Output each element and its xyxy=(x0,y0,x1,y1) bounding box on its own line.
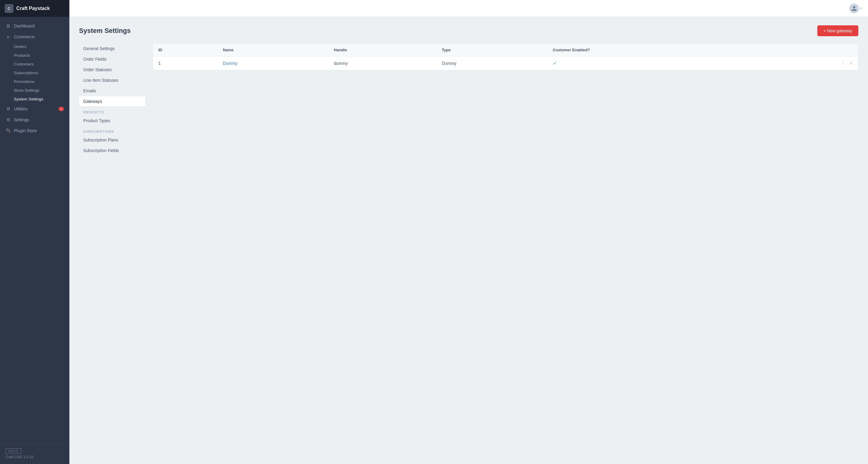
dashboard-icon: ⊞ xyxy=(5,23,11,29)
settings-nav-gateways[interactable]: Gateways xyxy=(79,96,145,106)
table-header-row: ID Name Handle Type xyxy=(153,44,858,56)
settings-label: Settings xyxy=(14,117,29,122)
sidebar-item-products[interactable]: Products xyxy=(0,51,69,60)
page-title: System Settings xyxy=(79,27,131,35)
new-gateway-button[interactable]: + New gateway xyxy=(817,25,858,36)
col-name: Name xyxy=(217,44,329,56)
customers-label: Customers xyxy=(14,62,33,66)
page-header: System Settings + New gateway xyxy=(79,25,858,36)
settings-nav-general[interactable]: General Settings xyxy=(79,43,145,54)
settings-layout: General Settings Order Fields Order Stat… xyxy=(79,43,858,156)
settings-nav-subscription-fields[interactable]: Subscription Fields xyxy=(79,146,145,156)
sidebar-item-plugin-store[interactable]: 🔌 Plugin Store xyxy=(0,125,69,136)
topbar: ▾ xyxy=(69,0,868,17)
sidebar-item-customers[interactable]: Customers xyxy=(0,60,69,68)
row-actions: ⋮ ✕ xyxy=(762,60,852,66)
plugin-store-label: Plugin Store xyxy=(14,128,37,133)
sidebar: C Craft Paystack ⊞ Dashboard ≡ Commerce … xyxy=(0,0,69,464)
system-settings-label: System Settings xyxy=(14,97,43,101)
sidebar-item-settings[interactable]: ⚙ Settings xyxy=(0,114,69,125)
settings-nav-product-types[interactable]: Product Types xyxy=(79,116,145,126)
col-handle: Handle xyxy=(329,44,436,56)
utilities-badge: 1 xyxy=(59,107,64,111)
sidebar-item-system-settings[interactable]: System Settings xyxy=(0,95,69,103)
app-title: Craft Paystack xyxy=(16,6,50,11)
gateways-table-container: ID Name Handle Type xyxy=(153,43,858,70)
cell-type: Dummy xyxy=(436,56,548,70)
utilities-label: Utilities xyxy=(14,106,27,111)
col-customer-enabled: Customer Enabled? xyxy=(548,44,757,56)
settings-nav: General Settings Order Fields Order Stat… xyxy=(79,43,145,156)
cell-handle: dummy xyxy=(329,56,436,70)
settings-nav-line-item-statuses[interactable]: Line Item Statuses xyxy=(79,75,145,85)
sidebar-item-dashboard[interactable]: ⊞ Dashboard xyxy=(0,21,69,31)
solo-badge: SOLO xyxy=(5,448,22,454)
sidebar-header: C Craft Paystack xyxy=(0,0,69,17)
sidebar-item-label: Dashboard xyxy=(14,24,35,28)
enabled-check-icon: ✓ xyxy=(553,61,557,66)
sidebar-item-orders[interactable]: Orders xyxy=(0,42,69,51)
user-menu[interactable]: ▾ xyxy=(849,4,862,13)
promotions-label: Promotions xyxy=(14,79,34,84)
settings-nav-emails[interactable]: Emails xyxy=(79,86,145,96)
products-label: Products xyxy=(14,53,30,58)
sidebar-item-subscriptions[interactable]: Subscriptions xyxy=(0,68,69,77)
settings-nav-order-fields[interactable]: Order Fields xyxy=(79,54,145,64)
settings-icon: ⚙ xyxy=(5,117,11,122)
sidebar-item-label: Commerce xyxy=(14,34,34,39)
commerce-icon: ≡ xyxy=(5,34,11,39)
settings-nav-order-statuses[interactable]: Order Statuses xyxy=(79,65,145,75)
reorder-button[interactable]: ⋮ xyxy=(840,60,845,66)
sidebar-item-utilities[interactable]: ⚙ Utilities 1 xyxy=(0,103,69,114)
utilities-icon: ⚙ xyxy=(5,106,11,112)
content-area: System Settings + New gateway General Se… xyxy=(69,17,868,464)
main-area: ▾ System Settings + New gateway General … xyxy=(69,0,868,464)
store-settings-label: Store Settings xyxy=(14,88,39,93)
cell-name: Dummy xyxy=(217,56,329,70)
table-row: 1 Dummy dummy Dummy ✓ ⋮ ✕ xyxy=(153,56,858,70)
col-actions xyxy=(757,44,858,56)
gateway-name-link[interactable]: Dummy xyxy=(223,61,237,66)
user-avatar xyxy=(849,4,859,13)
cell-customer-enabled: ✓ xyxy=(548,56,757,70)
delete-button[interactable]: ✕ xyxy=(849,60,852,66)
user-chevron-icon: ▾ xyxy=(860,6,862,10)
sidebar-item-commerce[interactable]: ≡ Commerce xyxy=(0,31,69,42)
app-logo: C xyxy=(5,4,13,13)
settings-nav-subscription-plans[interactable]: Subscription Plans xyxy=(79,135,145,145)
plugin-store-icon: 🔌 xyxy=(5,128,11,133)
products-section-label: PRODUCTS xyxy=(79,107,145,116)
sidebar-item-store-settings[interactable]: Store Settings xyxy=(0,86,69,95)
version-label: Craft CMS 3.4.25 xyxy=(5,455,64,459)
subscriptions-section-label: SUBSCRIPTIONS xyxy=(79,126,145,135)
cell-actions: ⋮ ✕ xyxy=(757,56,858,70)
orders-label: Orders xyxy=(14,44,26,49)
sidebar-item-promotions[interactable]: Promotions xyxy=(0,77,69,86)
gateways-table: ID Name Handle Type xyxy=(153,44,858,70)
col-id: ID xyxy=(153,44,217,56)
subscriptions-label: Subscriptions xyxy=(14,71,38,75)
cell-id: 1 xyxy=(153,56,217,70)
col-type: Type xyxy=(436,44,548,56)
sidebar-footer: SOLO Craft CMS 3.4.25 xyxy=(0,443,69,464)
sidebar-navigation: ⊞ Dashboard ≡ Commerce Orders Products C… xyxy=(0,17,69,443)
